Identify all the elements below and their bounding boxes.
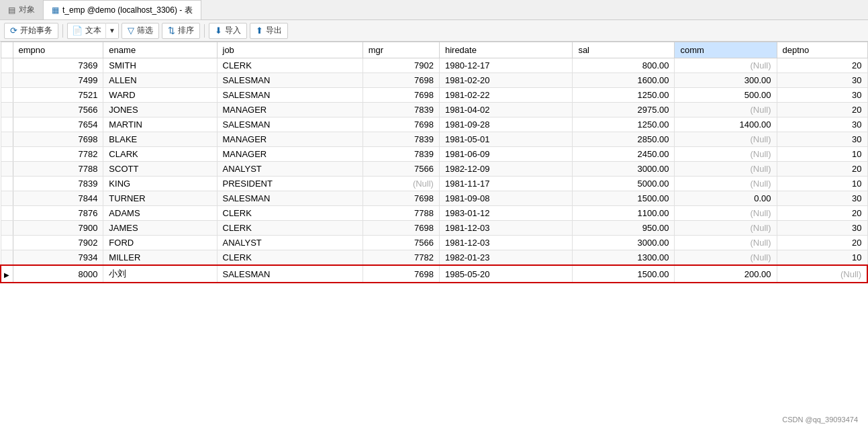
cell-ename: MILLER — [103, 250, 217, 266]
cell-empno: 8000 — [13, 265, 103, 283]
col-header-ename[interactable]: ename — [103, 42, 217, 58]
cell-job: SALESMAN — [217, 265, 363, 283]
cell-comm: (Null) — [675, 147, 777, 162]
tab-objects[interactable]: ▤ 对象 — [0, 0, 44, 19]
col-header-comm[interactable]: comm — [675, 42, 777, 58]
objects-icon: ▤ — [8, 5, 15, 15]
cell-deptno: 30 — [777, 88, 867, 103]
row-indicator-cell — [1, 103, 13, 117]
toolbar: ⟳ 开始事务 📄 文本 ▼ ▽ 筛选 ⇅ 排序 ⬇ 导入 ⬆ 导出 — [0, 20, 868, 42]
table-icon: ▦ — [52, 5, 59, 15]
cell-deptno: 20 — [777, 58, 867, 73]
sort-icon: ⇅ — [168, 26, 175, 36]
cell-ename: ADAMS — [103, 206, 217, 221]
row-indicator-header — [1, 42, 13, 58]
cell-mgr: 7698 — [363, 221, 439, 236]
cell-job: CLERK — [217, 206, 363, 221]
cell-sal: 2975.00 — [573, 103, 675, 117]
table-row[interactable]: 7839KINGPRESIDENT(Null)1981-11-175000.00… — [1, 177, 867, 191]
cell-sal: 5000.00 — [573, 177, 675, 191]
col-header-empno[interactable]: empno — [13, 42, 103, 58]
col-header-hiredate[interactable]: hiredate — [439, 42, 572, 58]
cell-mgr: 7698 — [363, 88, 439, 103]
row-indicator-cell — [1, 73, 13, 88]
cell-empno: 7654 — [13, 117, 103, 132]
cell-hiredate: 1983-01-12 — [439, 206, 572, 221]
table-row[interactable]: 7934MILLERCLERK77821982-01-231300.00(Nul… — [1, 250, 867, 266]
export-button[interactable]: ⬆ 导出 — [250, 23, 288, 39]
cell-job: SALESMAN — [217, 191, 363, 206]
cell-sal: 3000.00 — [573, 162, 675, 177]
filter-button[interactable]: ▽ 筛选 — [122, 23, 159, 39]
row-arrow-icon: ▶ — [4, 271, 9, 279]
row-indicator-cell: ▶ — [1, 265, 13, 283]
cell-mgr: 7698 — [363, 117, 439, 132]
cell-hiredate: 1981-12-03 — [439, 236, 572, 250]
import-button[interactable]: ⬇ 导入 — [209, 23, 247, 39]
cell-hiredate: 1981-05-01 — [439, 132, 572, 147]
row-indicator-cell — [1, 177, 13, 191]
start-transaction-button[interactable]: ⟳ 开始事务 — [4, 23, 58, 39]
row-indicator-cell — [1, 132, 13, 147]
sort-button[interactable]: ⇅ 排序 — [162, 23, 200, 39]
cell-mgr: 7698 — [363, 73, 439, 88]
cell-job: MANAGER — [217, 147, 363, 162]
cell-hiredate: 1982-01-23 — [439, 250, 572, 266]
col-header-mgr[interactable]: mgr — [363, 42, 439, 58]
cell-hiredate: 1981-02-22 — [439, 88, 572, 103]
cell-mgr: 7839 — [363, 132, 439, 147]
cell-job: CLERK — [217, 58, 363, 73]
cell-sal: 1500.00 — [573, 265, 675, 283]
cell-empno: 7876 — [13, 206, 103, 221]
table-container[interactable]: empno ename job mgr hiredate sal comm de… — [0, 42, 868, 437]
cell-deptno: 20 — [777, 206, 867, 221]
row-indicator-cell — [1, 147, 13, 162]
table-row[interactable]: 7876ADAMSCLERK77881983-01-121100.00(Null… — [1, 206, 867, 221]
cell-comm: (Null) — [675, 58, 777, 73]
import-icon: ⬇ — [215, 26, 222, 36]
cell-job: CLERK — [217, 221, 363, 236]
cell-comm: (Null) — [675, 221, 777, 236]
cell-hiredate: 1981-02-20 — [439, 73, 572, 88]
table-row[interactable]: 7521WARDSALESMAN76981981-02-221250.00500… — [1, 88, 867, 103]
table-row[interactable]: 7788SCOTTANALYST75661982-12-093000.00(Nu… — [1, 162, 867, 177]
table-row[interactable]: 7566JONESMANAGER78391981-04-022975.00(Nu… — [1, 103, 867, 117]
cell-hiredate: 1981-09-28 — [439, 117, 572, 132]
table-row[interactable]: 7844TURNERSALESMAN76981981-09-081500.000… — [1, 191, 867, 206]
text-button[interactable]: 📄 文本 — [67, 23, 105, 39]
cell-mgr: 7698 — [363, 265, 439, 283]
cell-ename: KING — [103, 177, 217, 191]
cell-deptno: 20 — [777, 162, 867, 177]
col-header-deptno[interactable]: deptno — [777, 42, 867, 58]
watermark: CSDN @qq_39093474 — [782, 416, 858, 424]
table-header-row: empno ename job mgr hiredate sal comm de… — [1, 42, 867, 58]
cell-hiredate: 1982-12-09 — [439, 162, 572, 177]
export-icon: ⬆ — [256, 26, 263, 36]
col-header-job[interactable]: job — [217, 42, 363, 58]
col-header-sal[interactable]: sal — [573, 42, 675, 58]
cell-comm: (Null) — [675, 132, 777, 147]
cell-mgr: 7698 — [363, 191, 439, 206]
table-row[interactable]: 7499ALLENSALESMAN76981981-02-201600.0030… — [1, 73, 867, 88]
cell-ename: ALLEN — [103, 73, 217, 88]
cell-empno: 7566 — [13, 103, 103, 117]
table-row[interactable]: 7698BLAKEMANAGER78391981-05-012850.00(Nu… — [1, 132, 867, 147]
cell-mgr: 7839 — [363, 147, 439, 162]
table-row[interactable]: 7782CLARKMANAGER78391981-06-092450.00(Nu… — [1, 147, 867, 162]
table-row[interactable]: 7654MARTINSALESMAN76981981-09-281250.001… — [1, 117, 867, 132]
cell-ename: BLAKE — [103, 132, 217, 147]
cell-ename: FORD — [103, 236, 217, 250]
cell-ename: SCOTT — [103, 162, 217, 177]
cell-comm: 300.00 — [675, 73, 777, 88]
table-row[interactable]: 7369SMITHCLERK79021980-12-17800.00(Null)… — [1, 58, 867, 73]
text-dropdown-arrow[interactable]: ▼ — [105, 23, 119, 39]
cell-empno: 7934 — [13, 250, 103, 266]
tab-table[interactable]: ▦ t_emp @demo (localhost_3306) - 表 — [44, 0, 201, 19]
cell-sal: 1500.00 — [573, 191, 675, 206]
filter-icon: ▽ — [128, 26, 134, 36]
cell-hiredate: 1981-06-09 — [439, 147, 572, 162]
row-indicator-cell — [1, 236, 13, 250]
table-row[interactable]: ▶8000小刘SALESMAN76981985-05-201500.00200.… — [1, 265, 867, 283]
table-row[interactable]: 7902FORDANALYST75661981-12-033000.00(Nul… — [1, 236, 867, 250]
table-row[interactable]: 7900JAMESCLERK76981981-12-03950.00(Null)… — [1, 221, 867, 236]
